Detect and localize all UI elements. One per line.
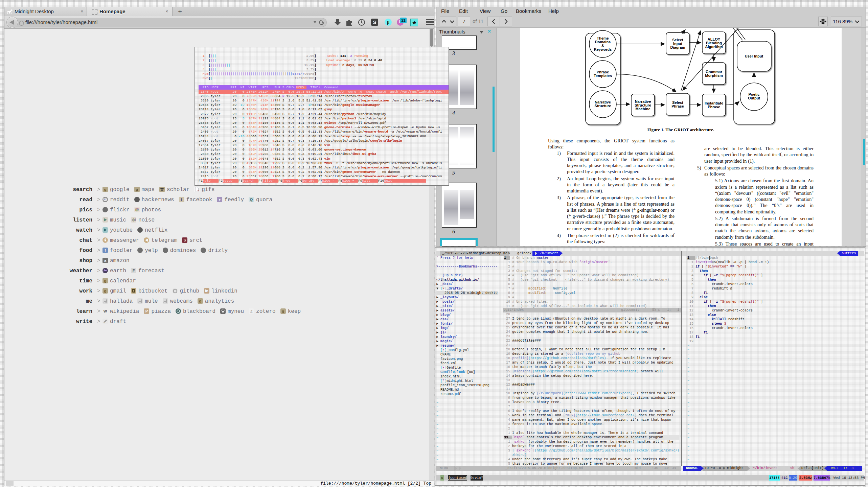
svg-text:Phrase: Phrase (708, 105, 720, 109)
svg-text:Morphism: Morphism (705, 73, 723, 77)
svg-text:Structure: Structure (595, 104, 611, 108)
svg-text:Output: Output (748, 96, 760, 100)
svg-text:Templates: Templates (594, 74, 612, 78)
svg-text:Diagram: Diagram (670, 45, 685, 49)
svg-text:User Input: User Input (745, 54, 763, 58)
svg-text:Machine: Machine (635, 107, 650, 111)
svg-text:Algorithm: Algorithm (705, 45, 723, 49)
svg-text:Phrase: Phrase (671, 104, 684, 108)
svg-text:Keywords: Keywords (594, 47, 612, 51)
